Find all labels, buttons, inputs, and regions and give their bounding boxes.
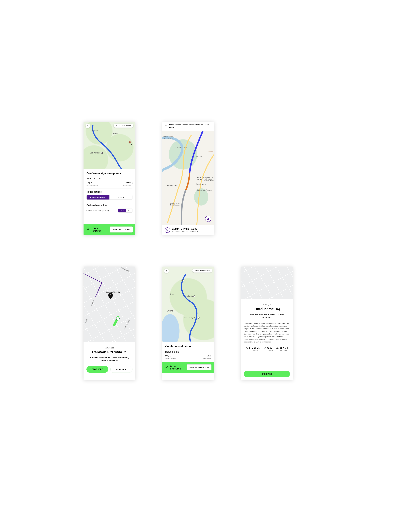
options-panel: Confirm navigation options Road trip tit… — [83, 169, 135, 215]
cancel-navigation-button[interactable] — [165, 228, 170, 233]
arrival-panel: Arriving at Caravan Fitzrovia Caravan Fi… — [83, 342, 135, 375]
handle[interactable] — [108, 345, 111, 345]
street-litchfield: Great Titchfield — [123, 319, 130, 330]
place-basilica-trastevere: asilica di Santa ia in Trastevere — [163, 136, 173, 139]
navigation-arrow-icon — [165, 366, 168, 369]
show-drivers-button[interactable]: Show other drivers — [114, 124, 133, 127]
resume-navigation-button[interactable]: RESUME NAVIGATION — [187, 364, 211, 370]
back-button[interactable] — [164, 269, 169, 273]
street-cleveland: Cleveland St — [121, 266, 130, 272]
day-label: Day 1 — [165, 355, 177, 357]
screen-continue-navigation: Pistoia Lucca Pisa Livorno San Miniato S… — [162, 266, 214, 380]
current-location-label: Current location — [165, 357, 177, 359]
place-pantheon: Pantheon — [195, 155, 202, 157]
stat-speed: 42.5 kphAvg Speed — [276, 347, 288, 351]
handle[interactable] — [265, 302, 269, 302]
street-a4201: A4201 — [85, 318, 89, 323]
summary-distance: 86 km — [170, 365, 185, 367]
svg-point-2 — [132, 183, 133, 184]
place-lucca: Lucca — [177, 279, 184, 281]
destination-pin-icon — [108, 293, 113, 299]
show-drivers-button[interactable]: Show other drivers — [192, 269, 212, 272]
hotel-address: Address, Address Address, London W1W 6AJ — [248, 313, 286, 319]
svg-rect-3 — [208, 218, 208, 219]
route-direct[interactable]: DIRECT — [109, 195, 132, 200]
date-label: Date — [203, 355, 211, 357]
panel-title: Confirm navigation options — [86, 172, 133, 175]
place-campo: Campo de' Fiori — [176, 147, 187, 149]
waypoint-toggle: YES NO — [118, 209, 133, 213]
summary-duration: 2 hr 01 min — [170, 367, 185, 370]
current-location-label: Current location — [86, 184, 98, 186]
chevron-left-icon — [87, 125, 89, 127]
start-navigation-button[interactable]: START NAVIGATION — [110, 227, 133, 233]
svg-point-0 — [132, 182, 133, 182]
destination-label: Destination — [123, 184, 131, 186]
place-busy-area: Busy are — [208, 150, 214, 152]
trip-info-bar: 21 min 14.0 km 11:08 Next stop: Caravan … — [162, 225, 214, 235]
map-view[interactable]: Cleveland St Hallam St A4201 Great Titch… — [83, 266, 135, 342]
end-drive-button[interactable]: END DRIVE — [244, 371, 290, 377]
date-label: Date — [123, 181, 131, 184]
destination-label: Destination — [203, 357, 211, 359]
screen-end-drive: Arriving at Hotel name Address, Address … — [241, 266, 293, 380]
waypoints-label: Optional waypoints — [86, 204, 133, 207]
svg-point-7 — [265, 347, 266, 348]
map-view[interactable] — [241, 266, 293, 299]
more-button[interactable] — [132, 181, 133, 184]
waypoint-item: Coffee and a view (+15km) — [86, 209, 109, 212]
more-vertical-icon — [132, 182, 133, 184]
arrival-address: Caravan Fitzrovia, 152 Great Portland St… — [86, 356, 133, 362]
hotel-description: Lorem ipsum dolor sit amet, consectetur … — [244, 322, 290, 343]
place-quirinale: Palazzo del Quirinale — [197, 189, 212, 191]
route-narrow-windy[interactable]: NARROW & WINDY — [87, 195, 109, 200]
stats-row: 2 hr 01 minDuration 86 kmDistance 42.5 k… — [244, 347, 290, 351]
place-san-gimignano: San Gimignano — [184, 317, 200, 318]
divider — [86, 188, 133, 189]
back-button[interactable] — [86, 124, 90, 128]
route-line — [162, 266, 214, 342]
stat-duration: 2 hr 01 minDuration — [246, 347, 260, 351]
place-prato: Prato — [113, 132, 118, 134]
svg-point-1 — [132, 183, 133, 183]
route-icon — [263, 347, 266, 349]
speedometer-icon — [276, 347, 279, 349]
place-livorno: Livorno — [167, 310, 173, 312]
map-view[interactable]: Pistoia Lucca Pisa Livorno San Miniato S… — [162, 266, 214, 342]
continue-button[interactable]: CONTINUE — [110, 366, 133, 373]
stat-distance: 86 kmDistance — [263, 347, 273, 351]
day-label: Day 1 — [86, 181, 98, 184]
route-line — [83, 121, 135, 169]
map-view[interactable]: asilica di Santa ia in Trastevere Campo … — [162, 131, 214, 225]
summary-distance: 174km — [91, 227, 108, 229]
svg-rect-4 — [208, 219, 208, 220]
close-icon — [166, 229, 168, 231]
place-caravan-label: Caravan Fitzrovia — [106, 291, 120, 293]
street-hallam: Hallam St — [90, 300, 95, 307]
arriving-label: Arriving at — [86, 347, 133, 349]
marker-f — [129, 141, 131, 143]
chevron-left-icon — [166, 270, 167, 272]
stopwatch-icon — [246, 347, 248, 349]
map-view[interactable]: Pistoia Prato San Miniato F Show other d… — [83, 121, 135, 169]
waypoint-no[interactable]: NO — [126, 209, 132, 212]
trip-metrics: 21 min 14.0 km 11:08 — [172, 228, 198, 230]
place-f: F — [131, 143, 132, 146]
warning-button[interactable] — [205, 216, 211, 222]
screen-arriving-stop: Cleveland St Hallam St A4201 Great Titch… — [83, 266, 135, 380]
instruction-banner: Head west on Piazza Venezia towards Vico… — [162, 121, 214, 131]
route-toggle: NARROW & WINDY DIRECT — [86, 195, 133, 200]
summary-bar: 174km 4hr 20min START NAVIGATION — [83, 224, 135, 235]
place-domus: Domus Aurea — [196, 183, 206, 185]
hotel-icon — [276, 308, 279, 311]
restaurant-icon — [124, 351, 127, 354]
waypoint-yes[interactable]: YES — [118, 209, 126, 212]
trip-title: Road trip title — [86, 177, 133, 180]
place-pistoia: Pistoia — [92, 130, 98, 132]
arriving-label: Arriving at — [244, 304, 290, 306]
summary-bar: 86 km 2 hr 01 min RESUME NAVIGATION — [162, 362, 214, 373]
summary-duration: 4hr 20min — [91, 229, 108, 232]
place-foro: Foro Romano — [167, 185, 177, 186]
svg-point-6 — [264, 349, 264, 349]
stop-here-button[interactable]: STOP HERE — [86, 366, 108, 373]
